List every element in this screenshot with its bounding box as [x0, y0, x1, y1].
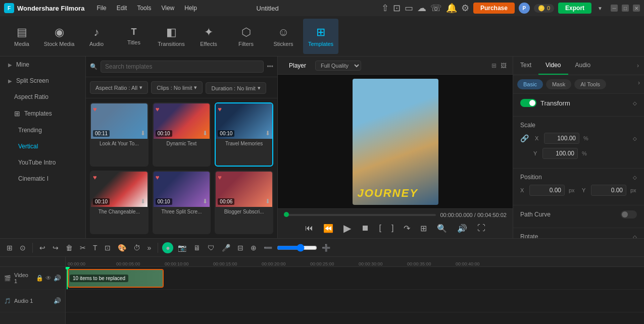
crop-button[interactable]: ⊞	[417, 223, 430, 234]
subtab-mask[interactable]: Mask	[546, 79, 571, 89]
position-x-input[interactable]	[529, 185, 565, 196]
export-dropdown[interactable]: ▼	[598, 6, 603, 11]
template-item-2[interactable]: ♥ 00:10 ⬇ Dynamic Text	[153, 102, 211, 167]
tool-templates[interactable]: ⊞ Templates	[303, 19, 338, 54]
video1-lock-icon[interactable]: 🔒	[36, 275, 43, 282]
tl-undo-button[interactable]: ↩	[37, 242, 48, 254]
subtab-more-icon[interactable]: ›	[638, 79, 640, 89]
frame-back-button[interactable]: ⏪	[320, 223, 336, 234]
clips-filter[interactable]: Clips : No limit ▾	[151, 81, 203, 94]
template-item-5[interactable]: ♥ 00:10 ⬇ Three Split Scre...	[153, 171, 211, 235]
export-button[interactable]: Export	[558, 3, 591, 14]
tl-delete-button[interactable]: 🗑	[63, 242, 75, 254]
tl-shield-button[interactable]: 🛡	[205, 242, 217, 254]
menu-view[interactable]: View	[157, 3, 178, 14]
audio1-speaker-icon[interactable]: 🔊	[54, 297, 61, 304]
tool-stickers[interactable]: ☺ Stickers	[266, 19, 301, 54]
progress-bar[interactable]	[284, 214, 436, 216]
left-item-trending[interactable]: Trending	[2, 123, 83, 138]
transform-keyframe-icon[interactable]: ◇	[633, 100, 637, 106]
menu-file[interactable]: File	[92, 3, 110, 14]
left-item-cinematic[interactable]: Cinematic I	[2, 171, 83, 186]
fullscreen-button[interactable]: ⛶	[474, 223, 488, 234]
video-clip[interactable]: 10 items to be replaced	[68, 269, 164, 288]
out-point-button[interactable]: ]	[388, 223, 397, 234]
volume-button[interactable]: 🔊	[454, 223, 470, 234]
tl-cut-button[interactable]: ✂	[77, 242, 88, 254]
template-download-3[interactable]: ⬇	[265, 130, 270, 137]
tl-crop-button[interactable]: ⊡	[102, 242, 113, 254]
tl-more-button[interactable]: »	[145, 242, 154, 254]
menu-tools[interactable]: Tools	[133, 3, 155, 14]
tool-effects[interactable]: ✦ Effects	[191, 19, 226, 54]
tab-text[interactable]: Text	[513, 57, 538, 75]
tl-zoom-slider[interactable]	[277, 244, 317, 252]
minimize-button[interactable]: ─	[611, 5, 618, 12]
tab-audio[interactable]: Audio	[568, 57, 598, 75]
position-y-input[interactable]	[591, 185, 626, 196]
image-view-icon[interactable]: 🖼	[501, 62, 507, 69]
rotate-keyframe-icon[interactable]: ◇	[633, 234, 637, 239]
tool-filters[interactable]: ⬡ Filters	[228, 19, 264, 54]
scale-lock-icon[interactable]: 🔗	[520, 134, 529, 142]
tool-titles[interactable]: T Titles	[116, 19, 152, 54]
purchase-button[interactable]: Purchase	[473, 3, 515, 14]
transform-toggle[interactable]	[520, 99, 536, 107]
tl-zoom-in-button[interactable]: ➕	[319, 242, 333, 254]
more-options-icon[interactable]: •••	[267, 63, 273, 70]
tl-grid2-button[interactable]: ⊟	[235, 242, 246, 254]
tl-speed-button[interactable]: ⏱	[131, 242, 143, 254]
tl-layout-button[interactable]: ⊞	[4, 242, 15, 254]
left-item-templates[interactable]: ⊞ Templates	[2, 105, 83, 122]
tl-text-button[interactable]: T	[90, 242, 100, 254]
search-input[interactable]	[101, 61, 264, 73]
template-download-2[interactable]: ⬇	[203, 130, 208, 137]
tool-transitions[interactable]: ◧ Transitions	[154, 19, 189, 54]
monitor-icon[interactable]: ▭	[405, 3, 413, 14]
tl-cam-button[interactable]: 📷	[175, 242, 189, 254]
tl-redo-button[interactable]: ↪	[50, 242, 61, 254]
player-tab[interactable]: Player	[284, 60, 311, 71]
position-keyframe-icon[interactable]: ◇	[633, 175, 637, 180]
template-download-1[interactable]: ⬇	[140, 130, 145, 137]
device-icon[interactable]: ⊡	[393, 3, 401, 14]
template-item-6[interactable]: ♥ 00:06 ⬇ Blogger Subscri...	[215, 171, 273, 235]
play-button[interactable]: ▶	[340, 221, 354, 235]
left-item-vertical[interactable]: Vertical	[2, 139, 83, 154]
maximize-button[interactable]: □	[622, 5, 629, 12]
template-item-3[interactable]: ♥ 00:10 ⬇ Travel Memories	[215, 102, 273, 167]
aspect-ratio-filter[interactable]: Aspect Ratio : All ▾	[90, 81, 148, 94]
tl-color-button[interactable]: 🎨	[115, 242, 129, 254]
tool-media[interactable]: ▤ Media	[4, 19, 39, 54]
cloud-icon[interactable]: ☁	[417, 3, 426, 14]
settings-icon[interactable]: ⚙	[461, 3, 469, 14]
bell-icon[interactable]: 🔔	[446, 3, 457, 14]
left-item-youtube[interactable]: YouTube Intro	[2, 155, 83, 170]
tl-screen-button[interactable]: 🖥	[191, 242, 203, 254]
subtab-basic[interactable]: Basic	[517, 79, 543, 89]
subtab-ai-tools[interactable]: AI Tools	[574, 79, 606, 89]
template-item-1[interactable]: ♥ 00:11 ⬇ Look At Your To...	[90, 102, 148, 167]
template-download-4[interactable]: ⬇	[140, 198, 145, 205]
phone-icon[interactable]: ☏	[430, 3, 442, 14]
tool-stock[interactable]: ◉ Stock Media	[41, 19, 77, 54]
skip-back-button[interactable]: ⏮	[302, 223, 316, 234]
tab-more-icon[interactable]: ›	[632, 57, 644, 74]
scale-x-keyframe[interactable]: ◇	[633, 136, 637, 141]
grid-view-icon[interactable]: ⊞	[491, 62, 497, 69]
share-icon[interactable]: ⇧	[381, 3, 389, 14]
menu-help[interactable]: Help	[180, 3, 201, 14]
zoom-button[interactable]: 🔍	[434, 223, 450, 234]
tab-video[interactable]: Video	[538, 57, 568, 75]
duration-filter[interactable]: Duration : No limit ▾	[206, 82, 266, 94]
tl-mic-button[interactable]: 🎤	[219, 242, 233, 254]
playhead[interactable]	[67, 267, 68, 289]
left-item-aspect-ratio[interactable]: Aspect Ratio	[2, 89, 83, 104]
menu-edit[interactable]: Edit	[113, 3, 131, 14]
tl-split-button[interactable]: ⊕	[248, 242, 259, 254]
template-download-5[interactable]: ⬇	[203, 198, 208, 205]
tl-play-green-button[interactable]: ●	[162, 242, 173, 253]
left-item-mine[interactable]: ▶ Mine	[2, 57, 83, 72]
scale-y-input[interactable]: 100.00	[542, 148, 578, 159]
tool-audio[interactable]: ♪ Audio	[79, 19, 114, 54]
